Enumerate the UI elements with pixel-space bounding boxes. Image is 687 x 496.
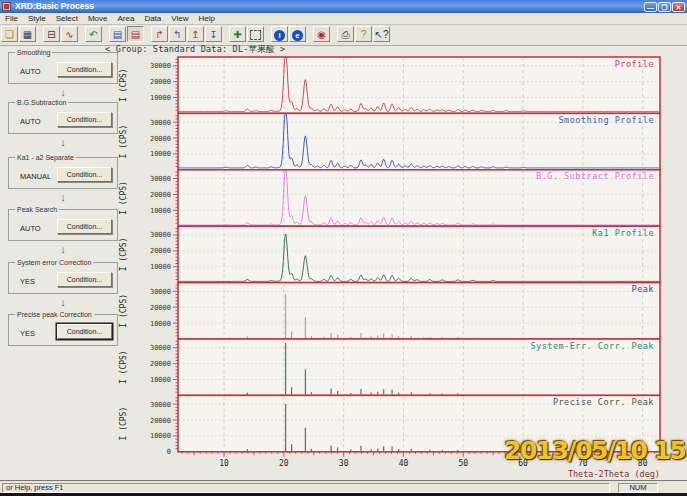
condition-button[interactable]: Condition... xyxy=(57,272,112,287)
move-icon[interactable]: ✚ xyxy=(229,26,246,42)
y-tick-label: 30000 xyxy=(150,288,171,296)
y-axis-label: I (CPS) xyxy=(119,68,128,102)
single-view-icon[interactable]: ▤ xyxy=(127,26,144,42)
condition-button[interactable]: Condition... xyxy=(57,219,112,234)
y-tick-label: 30000 xyxy=(150,344,171,352)
menu-data[interactable]: Data xyxy=(139,13,166,24)
y-axis-label: I (CPS) xyxy=(119,350,128,384)
info-icon[interactable]: i xyxy=(271,26,288,42)
y-tick-label: 30000 xyxy=(150,175,171,183)
shift-up-icon[interactable]: ↥ xyxy=(187,26,204,42)
exit-icon[interactable]: e xyxy=(289,26,306,42)
step-system-error-correction: System error CorrectionYESCondition... xyxy=(8,262,118,294)
x-tick-label: 50 xyxy=(458,459,468,468)
subplot-label-4: Ka1 Profile xyxy=(592,228,654,238)
close-button[interactable]: ✕ xyxy=(672,2,685,12)
step-value: MANUAL xyxy=(20,172,51,181)
step-peak-search: Peak SearchAUTOCondition... xyxy=(8,209,118,241)
capture-icon[interactable]: ◉ xyxy=(313,26,330,42)
flow-arrow-icon: ↓ xyxy=(56,243,70,257)
step-b-g-subtraction: B.G.SubtractionAUTOCondition... xyxy=(8,102,118,134)
num-indicator: NUM xyxy=(618,483,658,493)
y-tick-label: 10000 xyxy=(150,376,171,384)
subplot-label-7: Precise Corr. Peak xyxy=(553,397,654,407)
menu-file[interactable]: File xyxy=(0,13,23,24)
y-tick-label: 20000 xyxy=(150,304,171,312)
condition-button[interactable]: Condition... xyxy=(57,167,112,182)
step-precise-peak-correction: Precise peak CorrectionYESCondition... xyxy=(8,314,118,346)
help-icon[interactable]: ? xyxy=(355,26,372,42)
step-value: YES xyxy=(20,329,35,338)
status-message: or Help, press F1 xyxy=(2,483,610,493)
y-tick-label: 20000 xyxy=(150,417,171,425)
open-icon[interactable]: ❏ xyxy=(1,26,18,42)
profile-curve-icon[interactable]: ∿ xyxy=(61,26,78,42)
subplot-label-5: Peak xyxy=(632,284,654,294)
step-value: AUTO xyxy=(20,117,41,126)
shift-left-icon[interactable]: ↰ xyxy=(169,26,186,42)
y-tick-label: 10000 xyxy=(150,94,171,102)
y-tick-label: 0 xyxy=(167,448,171,456)
menu-bar: FileStyleSelectMoveAreaDataViewHelp xyxy=(0,13,687,25)
data-setup-icon[interactable]: ⊟ xyxy=(43,26,60,42)
shift-right-icon[interactable]: ↱ xyxy=(151,26,168,42)
stack-view-icon[interactable]: ▤ xyxy=(109,26,126,42)
status-bar: or Help, press F1 NUM xyxy=(0,480,687,494)
x-axis-title: Theta-2Theta (deg) xyxy=(568,469,660,479)
y-tick-label: 30000 xyxy=(150,62,171,70)
print-icon[interactable]: ⎙ xyxy=(337,26,354,42)
flow-arrow-icon: ↓ xyxy=(56,191,70,205)
camera-timestamp: 2013/05/10 15:2 xyxy=(504,436,687,465)
subplot-label-3: B.G. Subtract Profile xyxy=(536,171,654,181)
flow-arrow-icon: ↓ xyxy=(56,136,70,150)
window-title: XRD:Basic Process xyxy=(15,0,94,13)
condition-button[interactable]: Condition... xyxy=(57,112,112,127)
subplot-label-1: Profile xyxy=(615,59,654,69)
x-tick-label: 20 xyxy=(279,459,289,468)
step-title: Smoothing xyxy=(15,49,52,56)
x-tick-label: 30 xyxy=(339,459,349,468)
step-title: Ka1 - a2 Separate xyxy=(15,154,76,161)
app-icon xyxy=(2,2,11,11)
y-axis-label: I (CPS) xyxy=(119,181,128,215)
y-tick-label: 20000 xyxy=(150,135,171,143)
step-value: AUTO xyxy=(20,224,41,233)
step-title: B.G.Subtraction xyxy=(15,99,68,106)
info-icon: i xyxy=(274,30,285,41)
title-bar: XRD:Basic Process —❐✕ xyxy=(0,0,687,13)
y-tick-label: 20000 xyxy=(150,191,171,199)
menu-style[interactable]: Style xyxy=(23,13,51,24)
menu-select[interactable]: Select xyxy=(51,13,83,24)
flow-arrow-icon: ↓ xyxy=(56,296,70,310)
step-title: Peak Search xyxy=(15,206,59,213)
save-icon[interactable]: ▦ xyxy=(19,26,36,42)
y-tick-label: 20000 xyxy=(150,247,171,255)
minimize-button[interactable]: — xyxy=(644,2,657,12)
y-tick-label: 20000 xyxy=(150,78,171,86)
zoom-area-icon[interactable] xyxy=(247,26,264,42)
y-tick-label: 10000 xyxy=(150,432,171,440)
y-tick-label: 10000 xyxy=(150,320,171,328)
menu-move[interactable]: Move xyxy=(83,13,113,24)
y-axis-label: I (CPS) xyxy=(119,238,128,272)
y-tick-label: 30000 xyxy=(150,231,171,239)
undo-icon[interactable]: ↶ xyxy=(85,26,102,42)
step-value: YES xyxy=(20,277,35,286)
menu-area[interactable]: Area xyxy=(112,13,139,24)
step-value: AUTO xyxy=(20,67,41,76)
context-help-icon[interactable]: ↖? xyxy=(373,26,390,42)
y-tick-label: 30000 xyxy=(150,119,171,127)
shift-down-icon[interactable]: ↧ xyxy=(205,26,222,42)
menu-view[interactable]: View xyxy=(166,13,193,24)
condition-button[interactable]: Condition... xyxy=(57,324,112,339)
xrd-plot: 100002000030000I (CPS)Profile10000200003… xyxy=(110,50,687,486)
x-tick-label: 10 xyxy=(219,459,229,468)
exit-icon: e xyxy=(292,30,303,41)
subplot-label-2: Smoothing Profile xyxy=(559,115,655,125)
y-axis-label: I (CPS) xyxy=(119,125,128,159)
y-tick-label: 10000 xyxy=(150,150,171,158)
step-smoothing: SmoothingAUTOCondition... xyxy=(8,52,118,84)
menu-help[interactable]: Help xyxy=(194,13,220,24)
maximize-button[interactable]: ❐ xyxy=(658,2,671,12)
condition-button[interactable]: Condition... xyxy=(57,62,112,77)
